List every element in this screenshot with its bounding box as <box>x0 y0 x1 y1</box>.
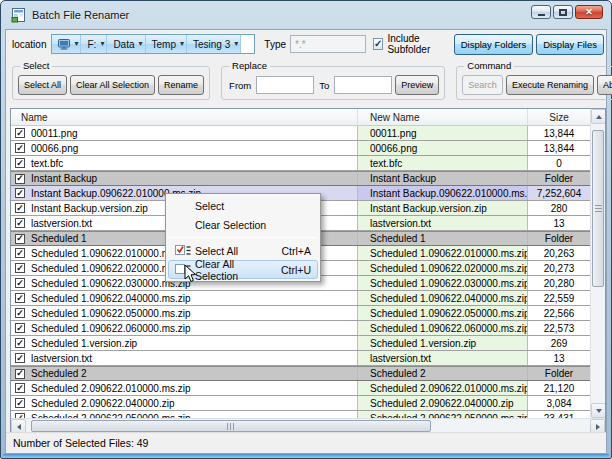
row-name-text: Scheduled 2.090622.010000.ms.zip <box>31 383 191 394</box>
replace-group-label: Replace <box>229 60 270 71</box>
table-row[interactable]: ✓ Scheduled 2.090622.050000.ms.zip Sched… <box>11 411 590 418</box>
minimize-button[interactable] <box>531 5 551 19</box>
breadcrumb-item-computer[interactable]: ▾ <box>52 35 81 53</box>
table-row[interactable]: ✓ Scheduled 1.090622.060000.ms.zip Sched… <box>11 321 590 336</box>
select-all-button[interactable]: Select All <box>18 75 67 95</box>
cell-size: 22,573 <box>527 321 590 335</box>
row-checkbox[interactable]: ✓ <box>15 278 25 288</box>
row-checkbox[interactable]: ✓ <box>15 398 25 408</box>
maximize-icon <box>559 9 567 16</box>
column-header-new-name[interactable]: New Name <box>357 109 527 125</box>
row-checkbox[interactable]: ✓ <box>15 383 25 393</box>
clear-all-selection-button[interactable]: Clear All Selection <box>70 75 155 95</box>
chevron-down-icon[interactable]: ▾ <box>139 40 143 48</box>
include-subfolder[interactable]: ✓ Include Subfolder <box>373 33 451 55</box>
replace-group: Replace From To Preview <box>221 66 445 100</box>
row-checkbox[interactable]: ✓ <box>15 143 25 153</box>
computer-icon <box>58 39 70 50</box>
cell-name: ✓ Scheduled 2.090622.040000.zip <box>11 396 357 410</box>
column-header-name[interactable]: Name <box>11 109 357 125</box>
row-checkbox[interactable]: ✓ <box>15 218 25 228</box>
row-checkbox[interactable]: ✓ <box>15 369 25 379</box>
rename-button[interactable]: Rename <box>158 75 204 95</box>
table-row[interactable]: ✓ 00011.png 00011.png 13,844 <box>11 126 590 141</box>
row-checkbox[interactable]: ✓ <box>15 308 25 318</box>
context-menu-item[interactable]: Clear Selection <box>168 215 318 234</box>
horizontal-scroll-thumb[interactable] <box>31 420 431 432</box>
include-subfolder-checkbox[interactable]: ✓ <box>373 38 383 50</box>
horizontal-scrollbar[interactable] <box>11 418 605 433</box>
cell-name: ✓ Scheduled 1.090622.040000.ms.zip <box>11 291 357 305</box>
screenshot-root: Batch File Renamer ✕ location <box>0 0 612 459</box>
row-checkbox[interactable]: ✓ <box>15 188 25 198</box>
cell-new-name: Instant Backup.version.zip <box>357 201 527 215</box>
preview-button[interactable]: Preview <box>395 75 439 95</box>
cell-size: 280 <box>527 201 590 215</box>
cell-name: ✓ lastversion.txt <box>11 351 357 365</box>
row-checkbox[interactable]: ✓ <box>15 128 25 138</box>
row-checkbox[interactable]: ✓ <box>15 234 25 244</box>
breadcrumb-item-label: Data <box>113 39 134 50</box>
cell-new-name: Scheduled 1.090622.050000.ms.zip <box>357 306 527 320</box>
scroll-down-button[interactable] <box>591 403 605 418</box>
to-input[interactable] <box>334 76 392 94</box>
row-checkbox[interactable]: ✓ <box>15 158 25 168</box>
chevron-down-icon[interactable]: ▾ <box>234 40 238 48</box>
row-checkbox[interactable]: ✓ <box>15 323 25 333</box>
row-checkbox[interactable]: ✓ <box>15 248 25 258</box>
breadcrumb-item-label: Temp <box>152 39 176 50</box>
cell-name: ✓ Scheduled 1.090622.050000.ms.zip <box>11 306 357 320</box>
table-row[interactable]: ✓ text.bfc text.bfc 0 <box>11 156 590 171</box>
type-input <box>290 35 366 53</box>
titlebar: Batch File Renamer ✕ <box>1 1 611 29</box>
vertical-scroll-thumb[interactable] <box>592 130 604 287</box>
table-row[interactable]: ✓ Scheduled 1.090622.040000.ms.zip Sched… <box>11 291 590 306</box>
cell-new-name: Scheduled 1.090622.030000.ms.zip <box>357 276 527 290</box>
display-files-button[interactable]: Display Files <box>536 34 604 55</box>
chevron-down-icon[interactable]: ▾ <box>180 40 184 48</box>
chevron-down-icon[interactable]: ▾ <box>100 40 104 48</box>
cell-size: 20,280 <box>527 276 590 290</box>
table-row[interactable]: ✓ Scheduled 2.090622.040000.zip Schedule… <box>11 396 590 411</box>
breadcrumb[interactable]: ▾ F: ▾ Data ▾ Temp ▾ Tesing 3 ▾ <box>51 34 255 54</box>
row-checkbox[interactable]: ✓ <box>15 263 25 273</box>
chevron-down-icon[interactable]: ▾ <box>74 40 78 48</box>
scroll-up-button[interactable] <box>591 109 605 124</box>
row-checkbox[interactable]: ✓ <box>15 174 25 184</box>
breadcrumb-item[interactable]: Temp ▾ <box>146 35 187 53</box>
context-menu-item[interactable]: Select <box>168 196 318 215</box>
cell-new-name: text.bfc <box>357 156 527 170</box>
table-row[interactable]: ✓ 00066.png 00066.png 13,844 <box>11 141 590 156</box>
search-button: Search <box>462 75 503 95</box>
table-row[interactable]: ✓ Instant Backup Instant Backup Folder <box>11 171 590 186</box>
cell-size: 20,263 <box>527 246 590 260</box>
cell-new-name: lastversion.txt <box>357 351 527 365</box>
column-header-size[interactable]: Size <box>527 109 590 125</box>
scroll-down-icon <box>596 409 602 413</box>
select-all-icon <box>175 244 191 257</box>
abort-reset-button[interactable]: Abort/Reset <box>597 75 612 95</box>
display-folders-button[interactable]: Display Folders <box>454 34 533 55</box>
table-row[interactable]: ✓ Scheduled 1.090622.050000.ms.zip Sched… <box>11 306 590 321</box>
cell-new-name: Scheduled 2.090622.050000.ms.zip <box>357 411 527 418</box>
table-row[interactable]: ✓ Scheduled 2 Scheduled 2 Folder <box>11 366 590 381</box>
vertical-scrollbar[interactable] <box>590 109 605 418</box>
table-row[interactable]: ✓ Scheduled 2.090622.010000.ms.zip Sched… <box>11 381 590 396</box>
breadcrumb-item[interactable]: F: ▾ <box>81 35 107 53</box>
maximize-button[interactable] <box>553 5 573 19</box>
row-checkbox[interactable]: ✓ <box>15 338 25 348</box>
mouse-cursor <box>184 264 197 283</box>
row-checkbox[interactable]: ✓ <box>15 203 25 213</box>
status-bar: Number of Selected Files: 49 <box>6 432 606 453</box>
table-row[interactable]: ✓ Scheduled 1.version.zip Scheduled 1.ve… <box>11 336 590 351</box>
from-input[interactable] <box>256 76 314 94</box>
table-row[interactable]: ✓ lastversion.txt lastversion.txt 13 <box>11 351 590 366</box>
breadcrumb-item[interactable]: Tesing 3 ▾ <box>187 35 241 53</box>
execute-renaming-button[interactable]: Execute Renaming <box>506 75 594 95</box>
row-name-text: 00011.png <box>31 128 78 139</box>
breadcrumb-item[interactable]: Data ▾ <box>107 35 145 53</box>
close-button[interactable]: ✕ <box>575 5 603 19</box>
cell-new-name: Scheduled 1.090622.020000.ms.zip <box>357 261 527 275</box>
row-checkbox[interactable]: ✓ <box>15 353 25 363</box>
row-checkbox[interactable]: ✓ <box>15 293 25 303</box>
